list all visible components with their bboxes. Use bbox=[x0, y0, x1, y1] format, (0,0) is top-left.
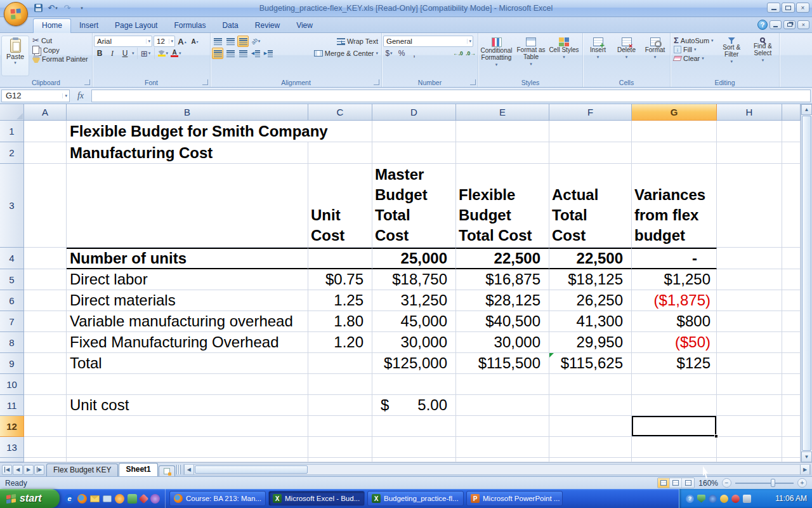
cell-H10[interactable] bbox=[717, 374, 782, 395]
cell-D9[interactable]: $125,000 bbox=[372, 353, 456, 374]
quicklaunch-icon-7[interactable] bbox=[139, 493, 149, 504]
cell-E3[interactable]: Flexible Budget Total Cost bbox=[456, 164, 549, 248]
zoom-in-button[interactable]: + bbox=[797, 478, 807, 488]
cell-E5[interactable]: $16,875 bbox=[456, 269, 549, 290]
cell-E12[interactable] bbox=[456, 416, 549, 437]
zoom-slider-thumb[interactable] bbox=[771, 479, 775, 487]
cell-D4[interactable]: 25,000 bbox=[372, 248, 456, 269]
column-header-F[interactable]: F bbox=[549, 104, 632, 121]
row-header-9[interactable]: 9 bbox=[0, 353, 24, 374]
cell-C8[interactable]: 1.20 bbox=[308, 332, 372, 353]
cell-D3[interactable]: Master Budget Total Cost bbox=[372, 164, 456, 248]
tray-icon-6[interactable] bbox=[743, 495, 751, 503]
cell-styles-button[interactable]: Cell Styles ▾ bbox=[549, 36, 579, 75]
vertical-scroll-thumb[interactable] bbox=[802, 116, 811, 451]
cell-E6[interactable]: $28,125 bbox=[456, 290, 549, 311]
comma-style-button[interactable]: , bbox=[409, 48, 420, 59]
clipboard-dialog-launcher[interactable] bbox=[84, 79, 90, 85]
cell-G4[interactable]: - bbox=[632, 248, 717, 269]
cell-E1[interactable] bbox=[456, 121, 549, 142]
scroll-left-button[interactable]: ◀ bbox=[184, 465, 194, 474]
column-header-A[interactable]: A bbox=[24, 104, 67, 121]
cell-B12[interactable] bbox=[67, 416, 308, 437]
cell-H11[interactable] bbox=[717, 395, 782, 416]
cell-E10[interactable] bbox=[456, 374, 549, 395]
scroll-down-button[interactable]: ▼ bbox=[801, 451, 812, 462]
cell-A13[interactable] bbox=[24, 437, 67, 458]
cell-F9[interactable]: $115,625 bbox=[549, 353, 632, 374]
cell-B5[interactable]: Direct labor bbox=[67, 269, 308, 290]
tab-review[interactable]: Review bbox=[247, 19, 288, 32]
cell-C3[interactable]: Unit Cost bbox=[308, 164, 372, 248]
column-header-C[interactable]: C bbox=[308, 104, 372, 121]
cell-H8[interactable] bbox=[717, 332, 782, 353]
cell-C10[interactable] bbox=[308, 374, 372, 395]
shrink-font-button[interactable]: A▾ bbox=[189, 36, 200, 47]
cell-F8[interactable]: 29,950 bbox=[549, 332, 632, 353]
last-sheet-button[interactable]: ▶ bbox=[34, 465, 44, 475]
zoom-level[interactable]: 160% bbox=[698, 479, 718, 488]
cell-E2[interactable] bbox=[456, 142, 549, 164]
cell-C9[interactable] bbox=[308, 353, 372, 374]
cell-D10[interactable] bbox=[372, 374, 456, 395]
paste-button[interactable]: Paste ▾ bbox=[1, 36, 29, 76]
cell-A3[interactable] bbox=[24, 164, 67, 248]
quicklaunch-mail-icon[interactable] bbox=[90, 495, 100, 502]
workbook-minimize-button[interactable] bbox=[769, 20, 782, 29]
cell-H12[interactable] bbox=[717, 416, 782, 437]
cell-G13[interactable] bbox=[632, 437, 717, 458]
cell-F13[interactable] bbox=[549, 437, 632, 458]
cell-H5[interactable] bbox=[717, 269, 782, 290]
fill-color-button[interactable]: ▾ bbox=[157, 48, 169, 59]
cell-F10[interactable] bbox=[549, 374, 632, 395]
sheet-tab-sheet1[interactable]: Sheet1 bbox=[119, 463, 157, 476]
increase-decimal-button[interactable]: ←.0 bbox=[452, 48, 464, 59]
cell-A6[interactable] bbox=[24, 290, 67, 311]
number-dialog-launcher[interactable] bbox=[470, 79, 476, 85]
cell-F1[interactable] bbox=[549, 121, 632, 142]
tab-home[interactable]: Home bbox=[33, 18, 71, 33]
cell-G10[interactable] bbox=[632, 374, 717, 395]
cell-D2[interactable] bbox=[372, 142, 456, 164]
cell-B11[interactable]: Unit cost bbox=[67, 395, 308, 416]
next-sheet-button[interactable]: ▶ bbox=[23, 465, 34, 475]
scroll-up-button[interactable]: ▲ bbox=[801, 104, 812, 115]
font-color-button[interactable]: A▾ bbox=[170, 48, 182, 59]
number-format-combo[interactable]: General▾ bbox=[383, 36, 473, 47]
delete-cells-button[interactable]: Delete ▾ bbox=[613, 36, 640, 75]
align-center-button[interactable] bbox=[225, 48, 236, 59]
cell-A2[interactable] bbox=[24, 142, 67, 164]
horizontal-scroll-thumb[interactable] bbox=[195, 465, 308, 474]
tab-formulas[interactable]: Formulas bbox=[166, 19, 214, 32]
wrap-text-button[interactable]: Wrap Text bbox=[335, 37, 380, 46]
quicklaunch-firefox-icon[interactable] bbox=[77, 494, 87, 504]
cell-D7[interactable]: 45,000 bbox=[372, 311, 456, 332]
decrease-indent-button[interactable]: ◀ bbox=[250, 48, 261, 59]
conditional-formatting-button[interactable]: Conditional Formatting ▾ bbox=[480, 36, 513, 75]
format-cells-button[interactable]: Format ▾ bbox=[641, 36, 669, 75]
cut-button[interactable]: ✂Cut bbox=[30, 36, 90, 45]
cell-F7[interactable]: 41,300 bbox=[549, 311, 632, 332]
tray-icon-4[interactable] bbox=[720, 495, 728, 503]
cell-B2[interactable]: Manufacturing Cost bbox=[67, 142, 308, 164]
copy-button[interactable]: Copy bbox=[30, 45, 90, 55]
tab-page-layout[interactable]: Page Layout bbox=[107, 19, 166, 32]
cell-A4[interactable] bbox=[24, 248, 67, 269]
cell-G12-active[interactable] bbox=[632, 416, 717, 437]
row-header-1[interactable]: 1 bbox=[0, 121, 24, 142]
cell-C11[interactable] bbox=[308, 395, 372, 416]
row-header-13[interactable]: 13 bbox=[0, 437, 24, 458]
row-header-11[interactable]: 11 bbox=[0, 395, 24, 416]
tab-split-handle[interactable] bbox=[176, 465, 181, 474]
select-all-corner[interactable] bbox=[0, 104, 24, 121]
cell-C4[interactable] bbox=[308, 248, 372, 269]
horizontal-scrollbar[interactable]: ◀ ▶ bbox=[183, 464, 811, 475]
cell-C6[interactable]: 1.25 bbox=[308, 290, 372, 311]
cell-A8[interactable] bbox=[24, 332, 67, 353]
insert-cells-button[interactable]: Insert ▾ bbox=[584, 36, 612, 75]
cell-H9[interactable] bbox=[717, 353, 782, 374]
cell-E13[interactable] bbox=[456, 437, 549, 458]
column-header-G[interactable]: G bbox=[632, 104, 717, 121]
cell-H3[interactable] bbox=[717, 164, 782, 248]
cell-H13[interactable] bbox=[717, 437, 782, 458]
